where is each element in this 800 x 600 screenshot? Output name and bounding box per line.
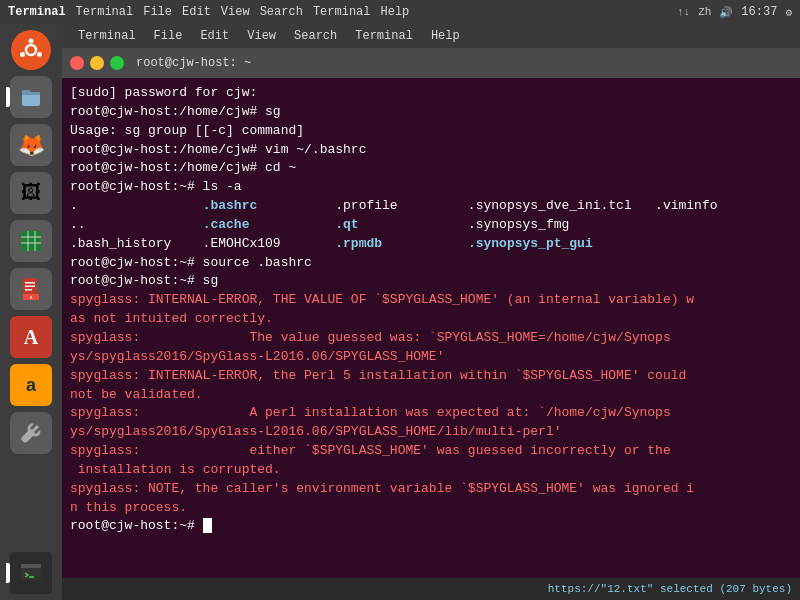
document-icon: A bbox=[18, 276, 44, 302]
menu-view[interactable]: View bbox=[221, 5, 250, 19]
window-maximize-button[interactable] bbox=[110, 56, 124, 70]
sidebar-item-fonts[interactable]: A bbox=[10, 316, 52, 358]
menu-item-help[interactable]: Help bbox=[423, 27, 468, 45]
svg-rect-14 bbox=[25, 289, 32, 291]
keyboard-layout[interactable]: Zh bbox=[698, 6, 711, 18]
spreadsheet-icon bbox=[18, 228, 44, 254]
app-name-terminal[interactable]: Terminal bbox=[8, 5, 66, 19]
term-cursor-line: root@cjw-host:~# bbox=[70, 517, 792, 536]
main-layout: 🦊 🖼 A bbox=[0, 24, 800, 600]
ubuntu-icon bbox=[18, 37, 44, 63]
sidebar-item-terminal[interactable] bbox=[10, 552, 52, 594]
svg-point-2 bbox=[29, 39, 34, 44]
window-close-button[interactable] bbox=[70, 56, 84, 70]
term-line: . .bashrc .profile .synopsys_dve_ini.tcl… bbox=[70, 197, 792, 216]
sort-icon: ↑↓ bbox=[677, 6, 690, 18]
system-bar: Terminal Terminal File Edit View Search … bbox=[0, 0, 800, 24]
sidebar-item-amazon[interactable]: a bbox=[10, 364, 52, 406]
menu-item-view[interactable]: View bbox=[239, 27, 284, 45]
menu-item-file[interactable]: File bbox=[146, 27, 191, 45]
svg-point-4 bbox=[20, 52, 25, 57]
firefox-icon: 🦊 bbox=[18, 132, 45, 159]
wrench-icon bbox=[19, 421, 43, 445]
sidebar-item-spreadsheet[interactable] bbox=[10, 220, 52, 262]
sidebar-item-photos[interactable]: 🖼 bbox=[10, 172, 52, 214]
clock: 16:37 bbox=[741, 5, 777, 19]
svg-rect-12 bbox=[25, 282, 35, 284]
terminal-menu-bar: Terminal File Edit View Search Terminal … bbox=[62, 24, 800, 48]
svg-rect-13 bbox=[25, 286, 35, 288]
terminal-content[interactable]: [sudo] password for cjw: root@cjw-host:/… bbox=[62, 78, 800, 578]
sidebar: 🦊 🖼 A bbox=[0, 24, 62, 600]
terminal-icon bbox=[19, 561, 43, 585]
terminal-area: Terminal File Edit View Search Terminal … bbox=[62, 24, 800, 600]
menu-file[interactable]: File bbox=[143, 5, 172, 19]
status-bar: https://"12.txt" selected (207 bytes) bbox=[62, 578, 800, 600]
term-line: spyglass: A perl installation was expect… bbox=[70, 404, 792, 442]
volume-icon[interactable]: 🔊 bbox=[719, 6, 733, 19]
sidebar-item-document[interactable]: A bbox=[10, 268, 52, 310]
photos-icon: 🖼 bbox=[21, 181, 41, 205]
svg-text:A: A bbox=[30, 295, 33, 300]
term-line: root@cjw-host:~# source .bashrc bbox=[70, 254, 792, 273]
svg-rect-18 bbox=[21, 564, 41, 568]
menu-terminal[interactable]: Terminal bbox=[76, 5, 134, 19]
menu-help[interactable]: Help bbox=[380, 5, 409, 19]
sidebar-item-firefox[interactable]: 🦊 bbox=[10, 124, 52, 166]
term-line: root@cjw-host:~# ls -a bbox=[70, 178, 792, 197]
term-line: root@cjw-host:/home/cjw# vim ~/.bashrc bbox=[70, 141, 792, 160]
menu-item-edit[interactable]: Edit bbox=[192, 27, 237, 45]
term-line: spyglass: INTERNAL-ERROR, THE VALUE OF `… bbox=[70, 291, 792, 329]
menu-item-search[interactable]: Search bbox=[286, 27, 345, 45]
status-text: https://"12.txt" selected (207 bytes) bbox=[548, 583, 792, 595]
term-line: spyglass: The value guessed was: `SPYGLA… bbox=[70, 329, 792, 367]
system-menu-right: ↑↓ Zh 🔊 16:37 ⚙ bbox=[677, 5, 792, 19]
term-line: root@cjw-host:/home/cjw# cd ~ bbox=[70, 159, 792, 178]
term-line: spyglass: either `$SPYGLASS_HOME' was gu… bbox=[70, 442, 792, 480]
sidebar-item-ubuntu[interactable] bbox=[11, 30, 51, 70]
system-menu-left: Terminal Terminal File Edit View Search … bbox=[8, 5, 409, 19]
terminal-cursor bbox=[203, 518, 212, 533]
amazon-icon: a bbox=[26, 375, 36, 396]
term-line: spyglass: INTERNAL-ERROR, the Perl 5 ins… bbox=[70, 367, 792, 405]
svg-point-3 bbox=[37, 52, 42, 57]
term-line: spyglass: NOTE, the caller's environment… bbox=[70, 480, 792, 518]
menu-edit[interactable]: Edit bbox=[182, 5, 211, 19]
term-line: .bash_history .EMOHCx109 .rpmdb .synopsy… bbox=[70, 235, 792, 254]
fonts-icon: A bbox=[24, 326, 38, 349]
menu-search[interactable]: Search bbox=[260, 5, 303, 19]
window-minimize-button[interactable] bbox=[90, 56, 104, 70]
menu-terminal2[interactable]: Terminal bbox=[313, 5, 371, 19]
settings-icon[interactable]: ⚙ bbox=[785, 6, 792, 19]
window-title: root@cjw-host: ~ bbox=[136, 56, 251, 70]
svg-rect-6 bbox=[21, 231, 41, 251]
term-line: root@cjw-host:/home/cjw# sg bbox=[70, 103, 792, 122]
term-line: Usage: sg group [[-c] command] bbox=[70, 122, 792, 141]
term-line: [sudo] password for cjw: bbox=[70, 84, 792, 103]
menu-item-terminal[interactable]: Terminal bbox=[70, 27, 144, 45]
term-line: .. .cache .qt .synopsys_fmg bbox=[70, 216, 792, 235]
sidebar-item-files[interactable] bbox=[10, 76, 52, 118]
sidebar-item-settings[interactable] bbox=[10, 412, 52, 454]
terminal-title-bar: root@cjw-host: ~ bbox=[62, 48, 800, 78]
term-line: root@cjw-host:~# sg bbox=[70, 272, 792, 291]
files-icon bbox=[18, 84, 44, 110]
menu-item-terminal2[interactable]: Terminal bbox=[347, 27, 421, 45]
